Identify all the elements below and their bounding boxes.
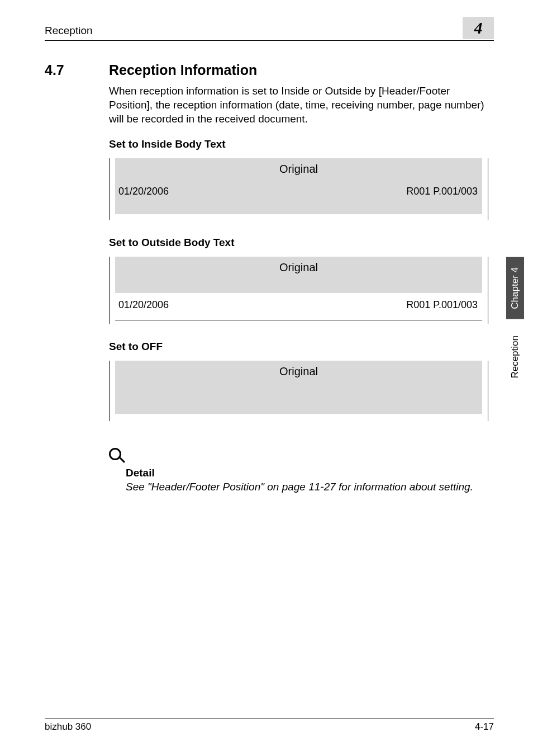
diagram-off-inset: Original [115, 361, 482, 414]
diagram-off: Original [109, 361, 488, 421]
magnifier-icon [109, 448, 127, 466]
diagram-inside-date: 01/20/2006 [118, 186, 169, 197]
diagram-outside-rule [115, 320, 482, 320]
header-rule [45, 40, 494, 41]
diagram-outside-page: R001 P.001/003 [406, 299, 478, 311]
chapter-badge: 4 [463, 17, 494, 39]
footer-rule [45, 719, 494, 719]
footer-page: 4-17 [475, 721, 494, 733]
section-intro: When reception information is set to Ins… [109, 84, 488, 126]
diagram-outside-info: 01/20/2006 R001 P.001/003 [118, 299, 478, 311]
diagram-inside-info: 01/20/2006 R001 P.001/003 [115, 182, 482, 202]
sub-heading-off: Set to OFF [109, 341, 488, 353]
side-tab-chapter: Chapter 4 [506, 257, 524, 319]
diagram-outside-title: Original [115, 257, 482, 274]
diagram-off-title: Original [115, 361, 482, 378]
footer-product: bizhub 360 [45, 721, 91, 733]
detail-text: See "Header/Footer Position" on page 11-… [126, 480, 488, 494]
detail-heading: Detail [126, 467, 488, 479]
diagram-outside: Original 01/20/2006 R001 P.001/003 [109, 257, 488, 324]
sub-heading-outside: Set to Outside Body Text [109, 237, 488, 249]
diagram-inside-page: R001 P.001/003 [406, 186, 478, 197]
diagram-inside-title: Original [115, 158, 482, 176]
diagram-outside-inset: Original [115, 257, 482, 293]
section-title: Reception Information [109, 62, 257, 78]
section-number: 4.7 [45, 62, 109, 78]
running-head: Reception [45, 25, 93, 39]
diagram-inside: Original 01/20/2006 R001 P.001/003 [109, 158, 488, 220]
side-tab-section: Reception [506, 336, 524, 379]
diagram-outside-date: 01/20/2006 [118, 299, 169, 311]
diagram-inside-inset: Original 01/20/2006 R001 P.001/003 [115, 158, 482, 214]
sub-heading-inside: Set to Inside Body Text [109, 138, 488, 150]
